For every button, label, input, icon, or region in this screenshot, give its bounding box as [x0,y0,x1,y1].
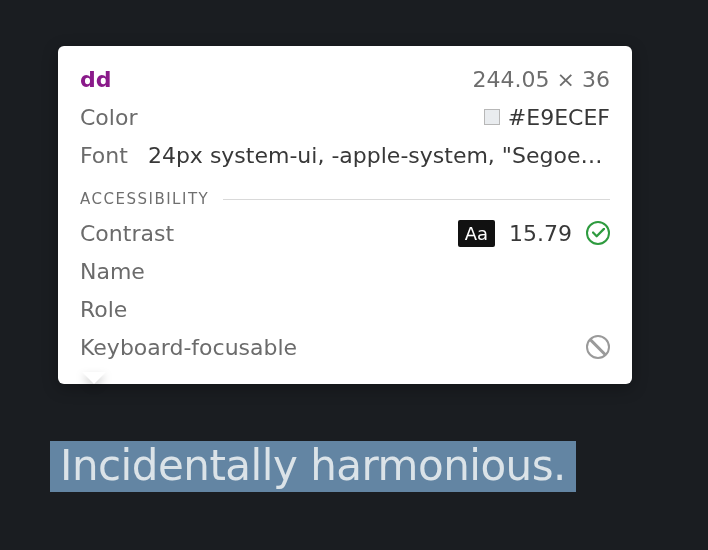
contrast-badge: Aa [458,220,495,247]
check-icon [586,221,610,245]
color-row: Color #E9ECEF [80,98,610,136]
contrast-row: Contrast Aa 15.79 [80,214,610,252]
divider [223,199,610,200]
element-highlight-overlay[interactable]: Incidentally harmonious. [50,441,576,492]
accessibility-heading: ACCESSIBILITY [80,190,209,208]
element-header-row: dd 244.05 × 36 [80,60,610,98]
font-row: Font 24px system-ui, -apple-system, "Seg… [80,136,610,174]
color-value: #E9ECEF [484,105,610,130]
role-row: Role [80,290,610,328]
element-dimensions: 244.05 × 36 [473,67,610,92]
contrast-ratio: 15.79 [509,221,572,246]
element-inspector-tooltip: dd 244.05 × 36 Color #E9ECEF Font 24px s… [58,46,632,384]
name-label: Name [80,259,145,284]
tooltip-pointer-icon [82,384,106,396]
contrast-value-group: Aa 15.79 [458,220,610,247]
color-hex: #E9ECEF [508,105,610,130]
name-row: Name [80,252,610,290]
font-label: Font [80,143,128,168]
element-tag-name: dd [80,67,112,92]
not-focusable-icon [586,335,610,359]
color-label: Color [80,105,137,130]
keyboard-focusable-row: Keyboard-focusable [80,328,610,366]
highlighted-text: Incidentally harmonious. [60,441,566,490]
role-label: Role [80,297,127,322]
keyboard-focusable-label: Keyboard-focusable [80,335,297,360]
font-value: 24px system-ui, -apple-system, "Segoe… [148,143,610,168]
color-swatch-icon [484,109,500,125]
accessibility-section-header: ACCESSIBILITY [80,190,610,208]
contrast-label: Contrast [80,221,174,246]
